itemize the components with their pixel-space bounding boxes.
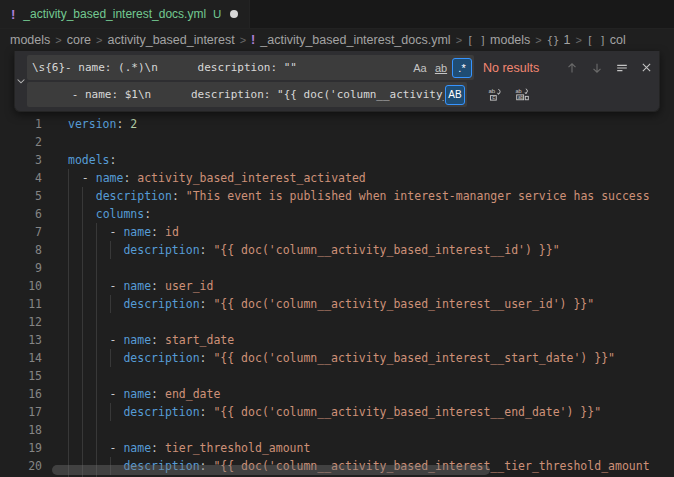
next-match-button[interactable] — [586, 57, 607, 78]
replace-all-button[interactable]: ab ab — [512, 84, 533, 105]
code-line-12[interactable]: 12 — [0, 313, 674, 331]
breadcrumb-label: _activity_based_interest_docs.yml — [260, 33, 450, 47]
symbol-object-icon: {} — [547, 34, 560, 46]
breadcrumb-item-col[interactable]: [ ]col — [587, 33, 626, 47]
close-icon — [640, 61, 653, 74]
match-case-button[interactable]: Aa — [410, 58, 430, 78]
line-content: - name: user_id — [68, 277, 213, 295]
symbol-array-icon: [ ] — [467, 34, 486, 46]
line-number: 1 — [0, 115, 42, 133]
find-in-selection-button[interactable] — [611, 57, 632, 78]
line-content: - name: end_date — [68, 385, 220, 403]
preserve-case-button[interactable]: AB — [445, 85, 465, 105]
code-line-3[interactable]: 3models: — [0, 151, 674, 169]
line-number: 18 — [0, 421, 42, 439]
line-number: 20 — [0, 457, 42, 475]
line-content: - name: id — [68, 223, 179, 241]
yaml-file-icon: ! — [11, 7, 15, 22]
line-number: 17 — [0, 403, 42, 421]
code-line-5[interactable]: 5 description: "This event is published … — [0, 187, 674, 205]
replace-button[interactable]: ab c — [485, 84, 506, 105]
breadcrumb-item-1[interactable]: {}1 — [547, 33, 571, 47]
line-number: 5 — [0, 187, 42, 205]
line-number: 15 — [0, 367, 42, 385]
code-line-17[interactable]: 17 description: "{{ doc('column__activit… — [0, 403, 674, 421]
breadcrumb-item-models[interactable]: models — [10, 33, 50, 47]
breadcrumb-label: col — [610, 33, 626, 47]
line-number: 7 — [0, 223, 42, 241]
find-results-status: No results — [483, 61, 549, 75]
find-replace-widget: \s{6}- name: (.*)\n description: "" Aa a… — [14, 51, 660, 112]
line-content: description: "{{ doc('column__activity_b… — [68, 241, 560, 259]
whole-word-button[interactable]: ab — [431, 58, 451, 78]
git-untracked-badge: U — [213, 8, 221, 20]
line-number: 3 — [0, 151, 42, 169]
breadcrumb-item-core[interactable]: core — [67, 33, 91, 47]
previous-match-button[interactable] — [561, 57, 582, 78]
code-line-11[interactable]: 11 description: "{{ doc('column__activit… — [0, 295, 674, 313]
line-number: 19 — [0, 439, 42, 457]
breadcrumb-label: 1 — [563, 33, 570, 47]
line-number: 2 — [0, 133, 42, 151]
code-area[interactable]: 1version: 223models:4 - name: activity_b… — [0, 115, 674, 475]
line-number: 16 — [0, 385, 42, 403]
line-content: description: "This event is published wh… — [68, 187, 650, 205]
code-line-16[interactable]: 16 - name: end_date — [0, 385, 674, 403]
code-line-18[interactable]: 18 — [0, 421, 674, 439]
breadcrumb-item-activity-based-interest[interactable]: activity_based_interest — [108, 33, 235, 47]
code-line-4[interactable]: 4 - name: activity_based_interest_activa… — [0, 169, 674, 187]
regex-button[interactable]: .* — [452, 58, 472, 78]
replace-input[interactable]: - name: $1\n description: "{{ doc('colum… — [27, 82, 467, 107]
code-line-8[interactable]: 8 description: "{{ doc('column__activity… — [0, 241, 674, 259]
breadcrumb-label: activity_based_interest — [108, 33, 235, 47]
code-line-15[interactable]: 15 — [0, 367, 674, 385]
code-line-19[interactable]: 19 - name: tier_threshold_amount — [0, 439, 674, 457]
tab-filename: _activity_based_interest_docs.yml — [23, 7, 206, 21]
breadcrumb-separator-icon: > — [456, 34, 462, 46]
tab-bar: ! _activity_based_interest_docs.yml U — [0, 0, 674, 29]
line-number: 10 — [0, 277, 42, 295]
code-line-1[interactable]: 1version: 2 — [0, 115, 674, 133]
modified-indicator-dot[interactable] — [230, 10, 238, 18]
breadcrumb-item-models[interactable]: [ ]models — [467, 33, 530, 47]
toggle-replace-button[interactable] — [15, 51, 27, 111]
line-content: models: — [68, 151, 116, 169]
code-line-9[interactable]: 9 — [0, 259, 674, 277]
horizontal-scrollbar[interactable] — [52, 465, 490, 475]
tab-activity-based-interest-docs[interactable]: ! _activity_based_interest_docs.yml U — [0, 0, 250, 28]
breadcrumb: models>core>activity_based_interest>!_ac… — [0, 29, 674, 51]
code-line-6[interactable]: 6 columns: — [0, 205, 674, 223]
code-line-2[interactable]: 2 — [0, 133, 674, 151]
line-number: 9 — [0, 259, 42, 277]
line-number: 6 — [0, 205, 42, 223]
svg-text:c: c — [492, 94, 495, 100]
code-line-7[interactable]: 7 - name: id — [0, 223, 674, 241]
breadcrumb-label: models — [490, 33, 530, 47]
whole-word-label: ab — [435, 62, 447, 74]
editor[interactable]: 1version: 223models:4 - name: activity_b… — [0, 51, 674, 477]
close-find-widget-button[interactable] — [636, 57, 657, 78]
replace-all-icon: ab ab — [515, 87, 530, 102]
chevron-down-icon — [15, 75, 27, 87]
find-query-text: \s{6}- name: (.*)\n description: "" — [32, 61, 409, 74]
code-line-13[interactable]: 13 - name: start_date — [0, 331, 674, 349]
symbol-array-icon: [ ] — [587, 34, 606, 46]
line-number: 4 — [0, 169, 42, 187]
breadcrumb-label: core — [67, 33, 91, 47]
replace-value-text: - name: $1\n description: "{{ doc('colum… — [32, 88, 444, 101]
arrow-up-icon — [565, 61, 579, 75]
svg-text:ab: ab — [518, 95, 524, 100]
line-content: columns: — [68, 205, 151, 223]
breadcrumb-label: models — [10, 33, 50, 47]
breadcrumb-item--activity-based-interest-docs-yml[interactable]: !_activity_based_interest_docs.yml — [251, 33, 451, 47]
line-content: description: "{{ doc('column__activity_b… — [68, 295, 594, 313]
yaml-file-icon: ! — [251, 33, 255, 47]
code-line-10[interactable]: 10 - name: user_id — [0, 277, 674, 295]
find-input[interactable]: \s{6}- name: (.*)\n description: "" Aa a… — [27, 55, 474, 80]
line-content: description: "{{ doc('column__activity_b… — [68, 349, 615, 367]
line-content: - name: tier_threshold_amount — [68, 439, 310, 457]
replace-icon: ab c — [488, 87, 503, 102]
code-line-14[interactable]: 14 description: "{{ doc('column__activit… — [0, 349, 674, 367]
line-content: version: 2 — [68, 115, 137, 133]
line-content: - name: activity_based_interest_activate… — [68, 169, 366, 187]
